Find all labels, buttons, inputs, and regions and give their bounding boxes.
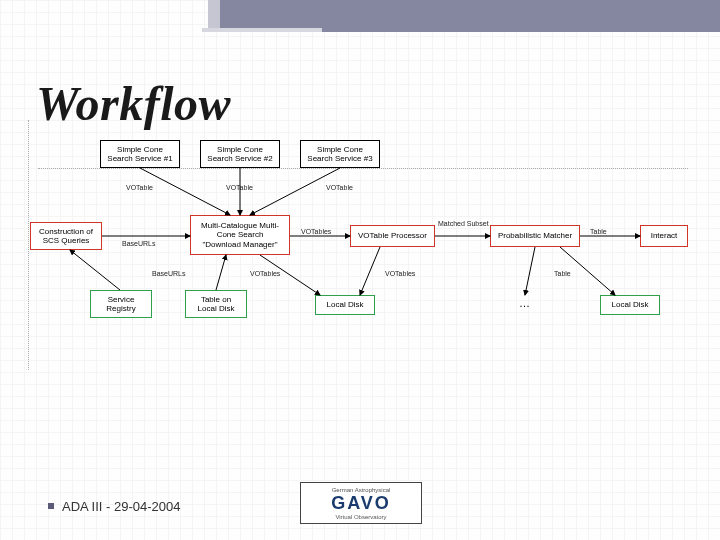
workflow-diagram: Simple Cone Search Service #1 Simple Con… bbox=[30, 140, 690, 370]
logo-main: GAVO bbox=[331, 493, 391, 514]
svg-line-8 bbox=[216, 255, 226, 290]
footer-text: ADA III - 29-04-2004 bbox=[62, 499, 181, 514]
svg-line-10 bbox=[360, 247, 380, 295]
svg-line-7 bbox=[70, 250, 120, 290]
footer-bullet-icon bbox=[48, 503, 54, 509]
svg-line-11 bbox=[525, 247, 535, 295]
svg-line-9 bbox=[260, 255, 320, 295]
gavo-logo: German Astrophysical GAVO Virtual Observ… bbox=[300, 482, 422, 524]
svg-line-2 bbox=[250, 168, 340, 215]
logo-subtitle-bottom: Virtual Observatory bbox=[335, 514, 386, 520]
svg-line-12 bbox=[560, 247, 615, 295]
slide-title-banner bbox=[220, 0, 720, 32]
slide-title: Workflow bbox=[36, 76, 231, 131]
svg-line-0 bbox=[140, 168, 230, 215]
diagram-connectors bbox=[30, 140, 690, 370]
